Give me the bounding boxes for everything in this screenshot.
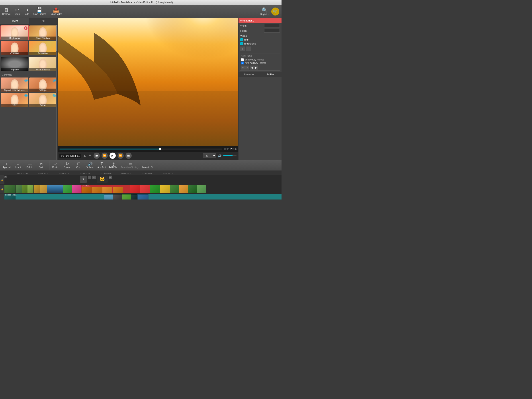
volume-slider[interactable]: [223, 155, 236, 156]
filter-3dflippe[interactable]: ⑨ 3dflippe: [29, 78, 57, 92]
enable-keyframes-label: Enable Key Frames: [245, 58, 264, 61]
kf-remove-button[interactable]: −: [245, 66, 249, 69]
track2-lock: 🔒: [0, 185, 4, 194]
crop-button[interactable]: ⊡ Crop: [74, 162, 83, 168]
timecode-up-icon[interactable]: ▲: [83, 154, 86, 158]
overlay-b-badge: b: [88, 176, 91, 179]
filter-vignette[interactable]: Vignette: [1, 57, 28, 71]
track-2: 🔒: [0, 185, 282, 194]
timeline: 00:00:08:00 00:00:16:00 00:00:24:00 00:0…: [0, 171, 282, 199]
right-panel-title: Wheat fiel...: [240, 19, 254, 22]
filter-contrast[interactable]: Contrast: [1, 41, 28, 55]
export-video-button[interactable]: 📤 Export Video: [50, 7, 62, 15]
clip-green-sm[interactable]: [63, 185, 72, 193]
split-button[interactable]: ✂ Split: [37, 162, 46, 168]
kf-next-button[interactable]: ▶: [254, 66, 258, 69]
filter-color-grading[interactable]: Color Grading: [29, 25, 57, 40]
rewind-button[interactable]: ⏪: [101, 153, 108, 159]
kf-add-button[interactable]: +: [241, 66, 245, 69]
skip-start-button[interactable]: ⏮: [94, 153, 100, 159]
add-text-button[interactable]: T Add Text: [97, 162, 106, 168]
clip-wheat-active[interactable]: wheat field...: [81, 185, 130, 193]
zoom-to-fit-button[interactable]: ↔ Zoom to Fit: [142, 162, 153, 168]
add-filter-plus-button[interactable]: +: [240, 47, 245, 51]
track2-clips: wheat field...: [4, 185, 282, 194]
volume-icon[interactable]: 🔊: [218, 154, 222, 157]
remove-icon: 🗑: [4, 7, 9, 12]
ruler-mark-6: 00:00:56:00: [142, 172, 152, 174]
width-input[interactable]: [264, 24, 280, 27]
ruler-mark-3: 00:00:32:00: [80, 172, 90, 174]
volume-button[interactable]: 🔊 Volume: [86, 162, 95, 168]
clip-flower[interactable]: [72, 185, 81, 193]
scrubber-track[interactable]: [59, 148, 222, 149]
add-filter-button[interactable]: ◎ Add Filter: [109, 162, 118, 168]
brightness-checkbox[interactable]: [240, 42, 243, 45]
transition-settings-button[interactable]: ⇌ Transition Settings: [121, 162, 139, 168]
filter-scrollbar-thumb[interactable]: [56, 25, 57, 51]
overlay-lock: 🔒: [0, 175, 4, 184]
fast-forward-button[interactable]: ⏩: [117, 153, 124, 159]
ruler-mark-5: 00:00:48:00: [121, 172, 132, 174]
skip-end-button[interactable]: ⏭: [126, 153, 132, 159]
filter-3point-label: 3 point color balance: [1, 89, 28, 92]
filter-grid-row2: Vignette White Balance: [0, 56, 57, 72]
filter-baltan[interactable]: ⑨ Baltan: [29, 93, 57, 107]
register-button[interactable]: 🔍 Register: [260, 7, 269, 16]
rotate-button[interactable]: ↻ Rotate: [63, 162, 72, 168]
buy-now-button[interactable]: 🛒: [271, 7, 279, 16]
tab-filter[interactable]: fx Filter: [260, 72, 282, 77]
filter-scrollbar[interactable]: [56, 25, 57, 160]
main-toolbar: 🗑 Remove ↩ Undo ↪ Rado 💾 Save Project 📤 …: [0, 5, 282, 18]
tab-filters[interactable]: Filters: [0, 18, 29, 24]
video-section-title: Video: [239, 33, 282, 38]
playback-controls: 00:00:38:11 ▲ ▼ ⏮ ⏪ ▶ ⏩ ⏭ Fit 100% 50% 🔊: [58, 152, 238, 160]
tab-properties[interactable]: Properties: [239, 72, 260, 77]
track3-label: 2015908_VJshi...: [5, 194, 17, 196]
blur-checkbox[interactable]: [240, 38, 243, 41]
scrubber-handle[interactable]: [159, 148, 161, 150]
clip-tulips[interactable]: [130, 185, 170, 193]
width-row: Width: [239, 23, 282, 28]
delete-button[interactable]: — Delete: [25, 162, 34, 168]
enable-keyframes-checkbox[interactable]: [241, 58, 244, 61]
timecode-down-icon[interactable]: ▼: [88, 154, 92, 158]
height-label: Height: [240, 30, 247, 32]
kf-prev-button[interactable]: ◀: [250, 66, 254, 69]
clip-teal-main[interactable]: 2015908_VJshi...: [4, 194, 282, 199]
insert-button[interactable]: ⌄ Insert: [14, 162, 23, 168]
append-button[interactable]: ＋ Append: [2, 162, 11, 168]
play-button[interactable]: ▶: [109, 153, 116, 159]
clip-green-3[interactable]: [34, 185, 47, 193]
fit-select[interactable]: Fit 100% 50%: [203, 153, 216, 158]
ruler-mark-0: 00:00:08:00: [17, 172, 28, 174]
clip-water[interactable]: [47, 185, 63, 193]
redo-icon: ↪: [24, 7, 28, 12]
filter-brightness[interactable]: + Brightness: [1, 25, 28, 40]
redo-button[interactable]: ↪ Rado: [24, 7, 29, 15]
filter-saturation[interactable]: Saturation: [29, 41, 57, 55]
height-input[interactable]: [264, 29, 280, 32]
clip-green-2[interactable]: [16, 185, 33, 193]
tab-all[interactable]: All: [29, 18, 58, 24]
filter-3point[interactable]: ⑨ 3 point color balance: [1, 78, 28, 92]
filter-white-balance[interactable]: White Balance: [29, 57, 57, 71]
overlay-fx-badge: fx: [92, 176, 96, 179]
timeline-scrubber[interactable]: 00:01:23:03: [58, 146, 238, 152]
clip-green-1[interactable]: [4, 185, 16, 193]
common-icon-baltan: ⑨: [52, 93, 56, 98]
auto-keyframes-checkbox[interactable]: [241, 61, 244, 64]
right-panel: Wheat fiel... Width Height Video Blur Br…: [238, 18, 282, 160]
filter-3dflippe-label: 3dflippe: [29, 89, 57, 92]
resize-button[interactable]: ⤢ Resize: [51, 162, 60, 168]
add-brightness-icon[interactable]: +: [24, 26, 27, 30]
filter-tabs: Filters All: [0, 18, 57, 25]
remove-button[interactable]: 🗑 Remove: [2, 7, 10, 15]
clip-landscape[interactable]: [170, 185, 206, 193]
filter-wb-label: White Balance: [29, 68, 57, 71]
plus-minus-buttons: + −: [239, 46, 282, 52]
remove-filter-minus-button[interactable]: −: [246, 47, 251, 51]
filter-8[interactable]: ⑨ 8: [1, 93, 28, 107]
save-project-button[interactable]: 💾 Save Project: [33, 7, 46, 15]
undo-button[interactable]: ↩ Undo: [14, 7, 20, 15]
